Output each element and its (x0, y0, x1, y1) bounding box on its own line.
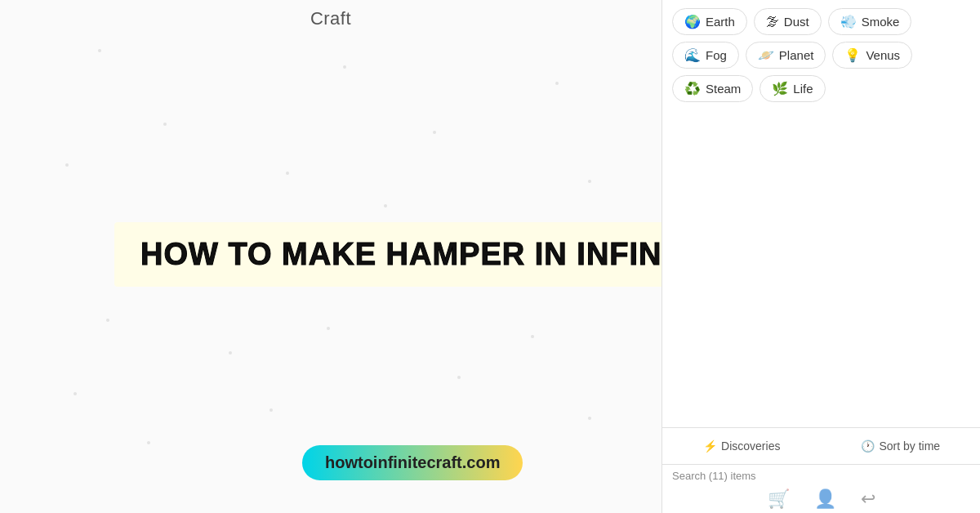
craft-area: Craft HOW TO MAKE HAMPER IN INFINITE CRA… (0, 0, 662, 513)
smoke-icon: 💨 (840, 14, 857, 29)
dust-label: Dust (784, 15, 809, 29)
decorative-dot (588, 180, 591, 183)
highlight-text: HOW TO MAKE HAMPER IN INFINITE CRAFT (139, 237, 662, 272)
url-text: howtoinfinitecraft.com (325, 453, 500, 471)
items-grid: 🌍Earth🌫Dust💨Smoke🌊Fog🪐Planet💡Venus♻️Stea… (662, 0, 980, 110)
sort-by-time-icon: 🕐 (861, 439, 875, 453)
tab-sort-by-time[interactable]: 🕐Sort by time (822, 428, 981, 464)
decorative-dot (65, 163, 69, 167)
smoke-label: Smoke (862, 15, 900, 29)
decorative-dot (106, 319, 109, 322)
sidebar-tabs: ⚡Discoveries🕐Sort by time (662, 428, 980, 465)
bottom-nav-icon-2[interactable]: ↩ (861, 488, 875, 510)
decorative-dot (147, 441, 150, 444)
earth-icon: 🌍 (684, 14, 701, 29)
tab-discoveries[interactable]: ⚡Discoveries (662, 428, 822, 464)
decorative-dot (531, 335, 534, 338)
decorative-dot (286, 172, 289, 175)
life-label: Life (793, 82, 813, 96)
decorative-dot (163, 123, 167, 126)
sidebar: 🌍Earth🌫Dust💨Smoke🌊Fog🪐Planet💡Venus♻️Stea… (662, 0, 980, 513)
discoveries-label: Discoveries (721, 439, 780, 453)
bottom-nav-icon-0[interactable]: 🛒 (768, 488, 790, 510)
item-chip-venus[interactable]: 💡Venus (832, 42, 912, 69)
discoveries-icon: ⚡ (703, 439, 717, 453)
item-chip-smoke[interactable]: 💨Smoke (828, 8, 912, 35)
planet-label: Planet (779, 48, 814, 62)
item-chip-dust[interactable]: 🌫Dust (754, 8, 822, 35)
venus-label: Venus (866, 48, 900, 62)
decorative-dot (270, 408, 273, 412)
planet-icon: 🪐 (758, 47, 774, 63)
fog-label: Fog (706, 48, 727, 62)
decorative-dot (433, 131, 436, 134)
sidebar-bottom: ⚡Discoveries🕐Sort by time Search (11) it… (662, 427, 980, 513)
item-chip-earth[interactable]: 🌍Earth (672, 8, 747, 35)
decorative-dot (327, 327, 330, 330)
decorative-dot (457, 376, 461, 379)
search-hint: Search (11) items (672, 470, 756, 482)
steam-icon: ♻️ (684, 81, 701, 96)
craft-title: Craft (0, 0, 662, 38)
bottom-nav: 🛒👤↩ (662, 482, 980, 513)
item-chip-steam[interactable]: ♻️Steam (672, 75, 753, 102)
decorative-dot (229, 351, 232, 355)
decorative-dot (384, 204, 387, 207)
decorative-dot (588, 417, 591, 420)
highlight-banner: HOW TO MAKE HAMPER IN INFINITE CRAFT (114, 222, 662, 287)
venus-icon: 💡 (844, 47, 861, 63)
decorative-dot (98, 49, 101, 52)
decorative-dot (74, 392, 77, 395)
life-icon: 🌿 (772, 81, 788, 96)
sort-by-time-label: Sort by time (879, 439, 940, 453)
url-badge[interactable]: howtoinfinitecraft.com (302, 445, 523, 480)
steam-label: Steam (706, 82, 741, 96)
dust-icon: 🌫 (766, 15, 779, 29)
bottom-nav-icon-1[interactable]: 👤 (814, 488, 836, 510)
item-chip-fog[interactable]: 🌊Fog (672, 42, 739, 69)
item-chip-planet[interactable]: 🪐Planet (746, 42, 826, 69)
decorative-dot (555, 82, 559, 85)
decorative-dot (343, 65, 346, 69)
search-bar-partial: Search (11) items (662, 465, 980, 482)
earth-label: Earth (706, 15, 735, 29)
fog-icon: 🌊 (684, 47, 701, 63)
item-chip-life[interactable]: 🌿Life (760, 75, 825, 102)
